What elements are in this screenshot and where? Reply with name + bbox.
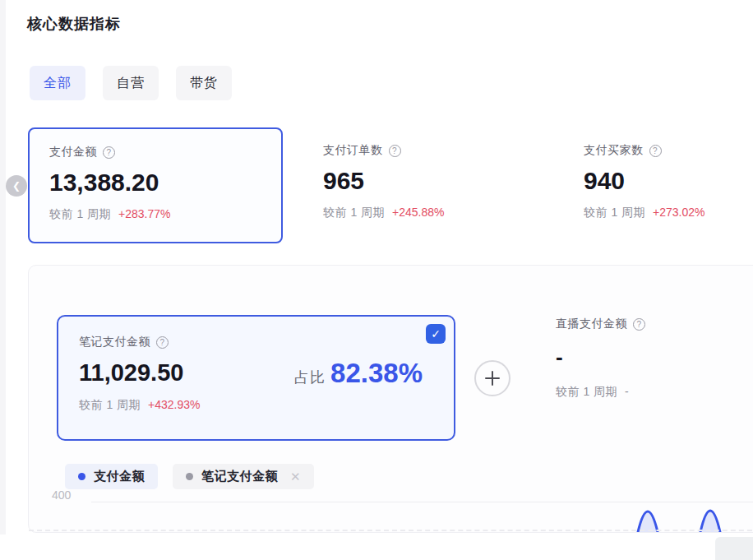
add-metric-button[interactable] xyxy=(474,360,510,396)
gridline-400 xyxy=(91,502,753,502)
help-icon[interactable]: ? xyxy=(156,336,169,349)
tab-self-operated[interactable]: 自营 xyxy=(103,66,159,100)
ratio-label: 占比 xyxy=(294,368,326,387)
metric-card-payment-buyers[interactable]: 支付买家数 ? 940 较前 1 周期 +273.02% xyxy=(563,127,753,243)
compare-label: 较前 1 周期 xyxy=(49,207,111,222)
delta-value: +432.93% xyxy=(148,398,200,411)
payment-line-chart-fragment xyxy=(29,509,753,532)
compare-label: 较前 1 周期 xyxy=(584,206,645,220)
core-metrics-dashboard: 核心数据指标 全部 自营 带货 ❮ 支付金额 ? 13,388.20 较前 1 … xyxy=(0,0,753,560)
legend-chip-payment-amount[interactable]: 支付金额 xyxy=(65,464,158,489)
delta-value: +273.02% xyxy=(653,206,704,219)
chart-legend: 支付金额 笔记支付金额 ✕ xyxy=(65,464,314,489)
page-title: 核心数据指标 xyxy=(27,14,121,34)
checkbox-checked-icon[interactable]: ✓ xyxy=(426,324,446,344)
bottom-right-float xyxy=(715,537,753,560)
note-payment-card[interactable]: ✓ 笔记支付金额 ? 11,029.50 较前 1 周期 +432.93% 占比… xyxy=(57,315,455,441)
chevron-left-icon: ❮ xyxy=(12,181,21,191)
metric-value: 940 xyxy=(584,167,733,195)
legend-chip-note-payment[interactable]: 笔记支付金额 ✕ xyxy=(173,464,314,489)
tab-all[interactable]: 全部 xyxy=(30,66,85,100)
delta-value: +283.77% xyxy=(118,207,170,220)
ratio-block: 占比 82.38% xyxy=(294,358,423,389)
metric-value: - xyxy=(556,345,753,370)
help-icon[interactable]: ? xyxy=(649,145,662,157)
metric-value: 965 xyxy=(323,167,529,195)
plus-icon xyxy=(483,369,501,387)
help-icon[interactable]: ? xyxy=(103,146,115,159)
metric-label: 支付买家数 xyxy=(584,143,644,158)
delta-value: +245.88% xyxy=(392,206,444,219)
live-payment-card[interactable]: 直播支付金额 ? - 较前 1 周期 - xyxy=(556,317,753,400)
filter-tabs: 全部 自营 带货 xyxy=(30,66,232,100)
metric-card-payment-orders[interactable]: 支付订单数 ? 965 较前 1 周期 +245.88% xyxy=(303,127,549,243)
series-dot-icon xyxy=(78,473,85,480)
legend-label: 支付金额 xyxy=(94,469,145,484)
metric-value: 13,388.20 xyxy=(49,169,261,197)
help-icon[interactable]: ? xyxy=(389,145,401,157)
series-dot-icon xyxy=(186,473,193,480)
tab-affiliate[interactable]: 带货 xyxy=(176,66,232,100)
metric-label: 笔记支付金额 xyxy=(79,335,150,349)
metric-label: 直播支付金额 xyxy=(556,317,627,331)
y-axis-tick-400: 400 xyxy=(52,488,71,502)
legend-label: 笔记支付金额 xyxy=(201,469,278,484)
metric-card-payment-amount[interactable]: 支付金额 ? 13,388.20 较前 1 周期 +283.77% xyxy=(28,127,283,243)
x-axis-dashed-line xyxy=(29,530,753,531)
carousel-prev-button[interactable]: ❮ xyxy=(6,175,27,197)
delta-value: - xyxy=(625,385,629,398)
compare-label: 较前 1 周期 xyxy=(323,206,385,220)
compare-label: 较前 1 周期 xyxy=(556,385,617,400)
breakdown-panel: ✓ 笔记支付金额 ? 11,029.50 较前 1 周期 +432.93% 占比… xyxy=(28,265,753,533)
metric-label: 支付金额 xyxy=(49,145,97,160)
left-edge-strip xyxy=(0,0,6,535)
compare-label: 较前 1 周期 xyxy=(79,398,141,413)
help-icon[interactable]: ? xyxy=(633,318,645,331)
metric-label: 支付订单数 xyxy=(323,143,383,158)
ratio-value: 82.38% xyxy=(330,358,423,389)
close-icon[interactable]: ✕ xyxy=(290,470,301,484)
